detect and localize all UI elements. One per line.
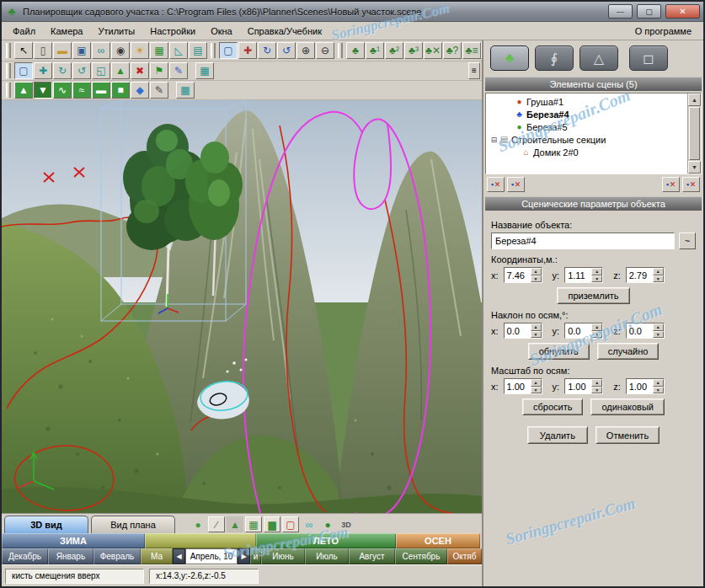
month-september[interactable]: Сентябрь bbox=[395, 548, 447, 564]
orbit-view-icon[interactable]: ↻ bbox=[258, 42, 276, 59]
remove-selected-button[interactable]: ▪ ✕ bbox=[487, 177, 505, 192]
tilt-z-up[interactable]: ▲ bbox=[653, 323, 664, 331]
open-scene-icon[interactable]: ▬ bbox=[53, 42, 72, 59]
remove-all-button[interactable]: ▪ ✕ bbox=[507, 177, 525, 192]
sphere-tool-icon[interactable]: ● bbox=[319, 516, 336, 532]
background-image-icon[interactable]: ▦ bbox=[150, 42, 168, 59]
season-autumn[interactable]: ОСЕН bbox=[396, 533, 480, 548]
coord-x-down[interactable]: ▼ bbox=[531, 275, 542, 283]
terrain-lower-icon[interactable]: ▼ bbox=[34, 82, 52, 99]
auger-tool-button[interactable]: ∮ bbox=[535, 45, 574, 71]
cancel-button[interactable]: Отменить bbox=[596, 426, 660, 444]
object-name-extra-button[interactable]: ~ bbox=[679, 233, 696, 249]
terrain-grid-icon[interactable]: ▦ bbox=[245, 516, 262, 532]
plants-lod2-icon[interactable]: ♣² bbox=[385, 42, 403, 59]
tab-plan-view[interactable]: Вид плана bbox=[91, 516, 175, 533]
toolbar-grip[interactable] bbox=[338, 43, 343, 58]
scale-object-icon[interactable]: ◱ bbox=[92, 62, 110, 79]
coord-x-input[interactable]: 7.46 ▲▼ bbox=[504, 267, 542, 283]
date-prev-button[interactable]: ◀ bbox=[173, 548, 185, 564]
scene-cube-button[interactable]: ◻ bbox=[629, 45, 668, 71]
scroll-down-icon[interactable]: ▼ bbox=[688, 161, 701, 174]
red-marquee-icon[interactable]: ▢ bbox=[282, 516, 299, 532]
ellipse-tool-icon[interactable]: ● bbox=[190, 516, 206, 532]
delete-object-icon[interactable]: ✖ bbox=[131, 62, 149, 79]
flag-icon[interactable]: ⚑ bbox=[150, 62, 168, 79]
plants-list-icon[interactable]: ♣≡ bbox=[462, 42, 481, 59]
coord-z-up[interactable]: ▲ bbox=[653, 268, 664, 275]
grid-toggle2-icon[interactable]: ▦ bbox=[176, 82, 195, 99]
camera-icon[interactable]: ◉ bbox=[111, 42, 130, 59]
grid-settings-icon[interactable]: ▤ bbox=[189, 42, 207, 59]
month-january[interactable]: Январь bbox=[48, 548, 93, 564]
list-scrollbar[interactable]: ▲ ▼ bbox=[687, 94, 701, 174]
light-icon[interactable]: ☀ bbox=[131, 42, 149, 59]
terrain-paint-icon[interactable]: ✎ bbox=[150, 82, 168, 99]
coord-y-down[interactable]: ▼ bbox=[591, 275, 602, 283]
reset-scale-button[interactable]: сбросить bbox=[522, 398, 583, 415]
menu-help[interactable]: Справка/Учебник bbox=[240, 24, 329, 39]
scale-y-down[interactable]: ▼ bbox=[591, 387, 602, 394]
measure-icon[interactable]: ◺ bbox=[169, 42, 188, 59]
plants-lod3-icon[interactable]: ♣³ bbox=[404, 42, 423, 59]
mode-3d-icon[interactable]: 3D bbox=[338, 516, 355, 532]
pan-view-icon[interactable]: ✚ bbox=[238, 42, 257, 59]
terrain-object-icon[interactable]: ▲ bbox=[111, 62, 130, 79]
picker-icon[interactable]: ✎ bbox=[169, 62, 188, 79]
scale-y-up[interactable]: ▲ bbox=[591, 379, 602, 387]
toolbar-grip[interactable] bbox=[6, 83, 11, 98]
toolbar-grip[interactable] bbox=[6, 63, 11, 78]
orbit-ccw-view-icon[interactable]: ↺ bbox=[277, 42, 296, 59]
scroll-up-icon[interactable]: ▲ bbox=[688, 94, 701, 106]
tilt-y-up[interactable]: ▲ bbox=[591, 323, 602, 331]
menu-camera[interactable]: Камера bbox=[43, 24, 90, 39]
terrain-noise-icon[interactable]: ≈ bbox=[72, 82, 91, 99]
month-february[interactable]: Февраль bbox=[93, 548, 141, 564]
plants-hide-icon[interactable]: ♣✕ bbox=[424, 42, 442, 59]
rotate-object-icon[interactable]: ↻ bbox=[53, 62, 72, 79]
tree-item-grusha-1[interactable]: ● Груша#1 bbox=[486, 95, 687, 108]
season-winter[interactable]: ЗИМА bbox=[2, 533, 145, 548]
scale-z-input[interactable]: 1.00 ▲▼ bbox=[626, 378, 665, 394]
lasso-icon[interactable]: ∞ bbox=[301, 516, 318, 532]
scale-z-down[interactable]: ▼ bbox=[653, 387, 664, 394]
diagonal-tool-icon[interactable]: ∕ bbox=[208, 516, 225, 532]
histogram-icon[interactable]: ▆ bbox=[264, 516, 280, 532]
link-icon[interactable]: ∞ bbox=[92, 42, 110, 59]
coord-y-input[interactable]: 1.11 ▲▼ bbox=[564, 267, 603, 283]
maximize-button[interactable]: ▢ bbox=[637, 4, 661, 19]
month-october[interactable]: Октяб bbox=[447, 548, 482, 564]
water-tool-icon[interactable]: ◆ bbox=[131, 82, 149, 99]
menu-about[interactable]: О программе bbox=[627, 24, 700, 39]
tilt-x-input[interactable]: 0.0 ▲▼ bbox=[504, 323, 542, 339]
scale-z-up[interactable]: ▲ bbox=[653, 379, 664, 387]
tree-item-bereza-4[interactable]: ♣ Береза#4 bbox=[486, 108, 687, 120]
tree-collapse-button[interactable]: ▪ ✕ bbox=[662, 177, 680, 192]
toolbar-grip[interactable] bbox=[6, 43, 11, 58]
month-may[interactable]: и bbox=[250, 548, 261, 564]
date-next-button[interactable]: ▶ bbox=[238, 548, 250, 564]
grid-toggle-icon[interactable]: ▦ bbox=[195, 62, 214, 79]
toolbar-overflow-button[interactable]: ≡ bbox=[468, 62, 480, 79]
tilt-x-up[interactable]: ▲ bbox=[531, 323, 542, 331]
scale-y-input[interactable]: 1.00 ▲▼ bbox=[564, 378, 603, 394]
uniform-scale-button[interactable]: одинаковый bbox=[590, 398, 665, 415]
title-bar[interactable]: ♣ Планировщик садового участка : C:\Prog… bbox=[2, 2, 703, 22]
tree-item-domik-2-0[interactable]: ⌂ Домик 2#0 bbox=[486, 146, 687, 158]
menu-utilities[interactable]: Утилиты bbox=[91, 24, 143, 39]
terrain-flatten-icon[interactable]: ■ bbox=[111, 82, 130, 99]
plants-view-icon[interactable]: ♣ bbox=[346, 42, 365, 59]
object-name-input[interactable]: Береза#4 bbox=[491, 233, 675, 249]
month-august[interactable]: Август bbox=[349, 548, 395, 564]
edit-marquee-icon[interactable]: ▢ bbox=[14, 62, 33, 79]
polyline-tool-button[interactable]: △ bbox=[579, 45, 618, 71]
close-button[interactable]: ✕ bbox=[665, 4, 700, 19]
plants-lod1-icon[interactable]: ♣¹ bbox=[366, 42, 384, 59]
minimize-button[interactable]: — bbox=[608, 4, 633, 19]
coord-z-down[interactable]: ▼ bbox=[653, 275, 664, 283]
scroll-thumb[interactable] bbox=[689, 107, 700, 160]
tree-item-bereza-5[interactable]: ● Береза#5 bbox=[486, 120, 687, 133]
terrain-plateau-icon[interactable]: ▬ bbox=[92, 82, 110, 99]
plants-tool-button[interactable]: ♣ bbox=[490, 45, 529, 71]
terrain-raise-icon[interactable]: ▲ bbox=[14, 82, 33, 99]
